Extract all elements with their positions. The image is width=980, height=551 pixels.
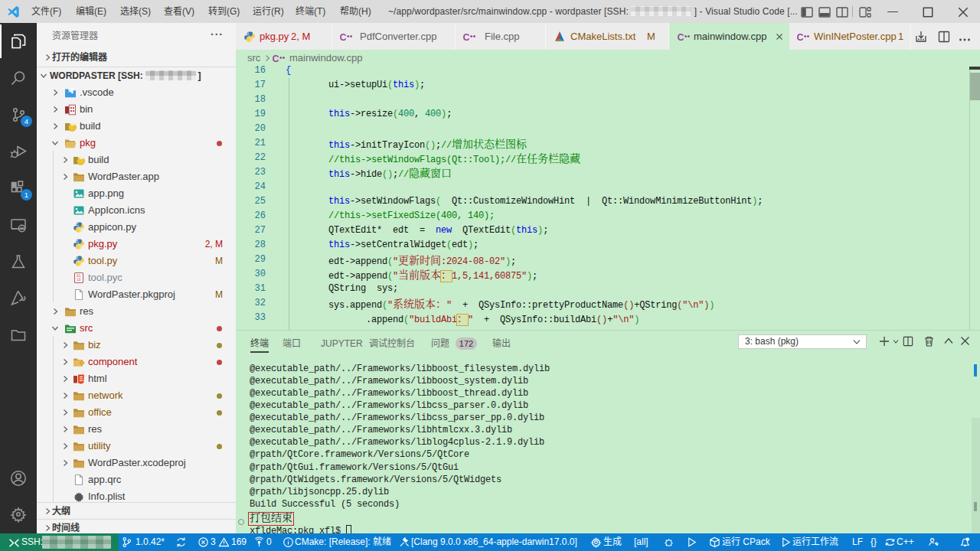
svg-text:C: C	[678, 32, 684, 43]
svg-text:C: C	[797, 32, 804, 43]
svg-text:C: C	[273, 54, 279, 64]
svg-text:C: C	[463, 32, 470, 43]
svg-text:C: C	[340, 32, 347, 43]
svg-text:10: 10	[77, 278, 81, 282]
